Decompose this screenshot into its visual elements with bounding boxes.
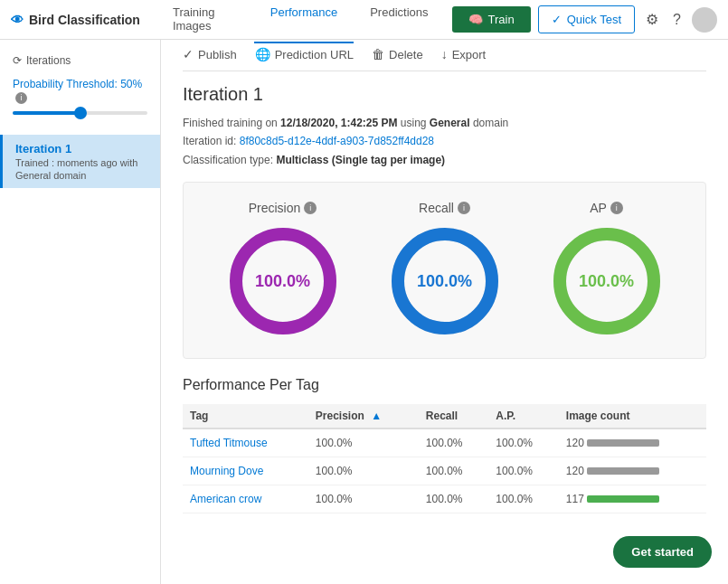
- col-tag[interactable]: Tag: [183, 404, 308, 429]
- recall-donut: 100.0%: [386, 222, 504, 340]
- iterations-section-label: ⟳ Iterations: [0, 51, 160, 72]
- sidebar: ⟳ Iterations Probability Threshold: 50% …: [0, 40, 161, 584]
- tab-training-images[interactable]: Training Images: [156, 0, 254, 43]
- tab-predictions[interactable]: Predictions: [354, 0, 444, 43]
- tag-cell: Mourning Dove: [183, 457, 308, 485]
- tag-link[interactable]: Mourning Dove: [190, 465, 263, 477]
- precision-donut: 100.0%: [224, 222, 342, 340]
- publish-icon: ✓: [183, 47, 194, 61]
- tag-link[interactable]: Tufted Titmouse: [190, 437, 268, 449]
- recall-info-icon[interactable]: i: [458, 202, 470, 214]
- probability-threshold: Probability Threshold: 50% i: [0, 72, 160, 131]
- prob-label: Probability Threshold: 50% i: [13, 78, 147, 104]
- image-count-cell: 120: [559, 429, 706, 457]
- recall-value: 100.0%: [417, 272, 472, 291]
- probability-slider-thumb[interactable]: [74, 107, 87, 119]
- train-info: Finished training on 12/18/2020, 1:42:25…: [183, 114, 706, 169]
- topnav: 👁 Bird Classification Training Images Pe…: [0, 0, 728, 40]
- tag-cell: American crow: [183, 485, 308, 513]
- table-header-row: Tag Precision ▲ Recall A.P. Image count: [183, 404, 706, 429]
- col-image-count[interactable]: Image count: [559, 404, 706, 429]
- table-row: American crow 100.0% 100.0% 100.0% 117: [183, 485, 706, 513]
- precision-cell: 100.0%: [308, 485, 419, 513]
- tag-cell: Tufted Titmouse: [183, 429, 308, 457]
- eye-icon: 👁: [11, 13, 24, 27]
- bar-fill: [587, 439, 659, 447]
- col-precision[interactable]: Precision ▲: [308, 404, 419, 429]
- iterations-icon: ⟳: [13, 54, 22, 67]
- ap-cell: 100.0%: [488, 429, 559, 457]
- nav-tabs: Training Images Performance Predictions: [156, 0, 445, 43]
- settings-button[interactable]: ⚙: [642, 7, 662, 32]
- precision-label: Precision i: [249, 201, 317, 215]
- probability-slider-track: [13, 111, 147, 115]
- avatar[interactable]: [692, 7, 717, 33]
- brain-icon: 🧠: [468, 13, 483, 26]
- bar-fill: [587, 467, 659, 475]
- precision-info-icon[interactable]: i: [304, 202, 317, 214]
- ap-info-icon[interactable]: i: [610, 202, 623, 214]
- bar-fill: [587, 495, 659, 503]
- precision-metric: Precision i 100.0%: [224, 201, 342, 340]
- export-icon: ↓: [441, 47, 448, 61]
- recall-label: Recall i: [419, 201, 470, 215]
- sort-arrow-icon: ▲: [371, 410, 382, 422]
- publish-button[interactable]: ✓ Publish: [183, 47, 237, 61]
- check-icon: ✓: [552, 13, 562, 26]
- table-row: Tufted Titmouse 100.0% 100.0% 100.0% 120: [183, 429, 706, 457]
- train-button[interactable]: 🧠 Train: [452, 6, 531, 33]
- topnav-actions: 🧠 Train ✓ Quick Test ⚙ ?: [452, 5, 718, 33]
- prob-info-icon: i: [15, 92, 27, 104]
- image-count-bar: [587, 495, 659, 503]
- recall-metric: Recall i 100.0%: [386, 201, 504, 340]
- get-started-button[interactable]: Get started: [613, 536, 712, 568]
- image-count-cell: 120: [559, 457, 706, 485]
- metrics-card: Precision i 100.0% Recall: [183, 182, 706, 359]
- ap-value: 100.0%: [579, 272, 634, 291]
- tab-performance[interactable]: Performance: [254, 0, 354, 43]
- delete-button[interactable]: 🗑 Delete: [372, 47, 423, 61]
- performance-per-tag-title: Performance Per Tag: [183, 377, 706, 393]
- help-button[interactable]: ?: [669, 8, 685, 32]
- ap-cell: 100.0%: [488, 485, 559, 513]
- prediction-url-button[interactable]: 🌐 Prediction URL: [255, 47, 354, 61]
- col-recall[interactable]: Recall: [419, 404, 489, 429]
- col-ap[interactable]: A.P.: [488, 404, 559, 429]
- app-title: Bird Classification: [29, 13, 140, 27]
- ap-label: AP i: [590, 201, 623, 215]
- iteration-1-item[interactable]: Iteration 1 Trained : moments ago with G…: [0, 135, 160, 188]
- metrics-row: Precision i 100.0% Recall: [202, 201, 687, 340]
- ap-cell: 100.0%: [488, 457, 559, 485]
- image-count-bar: [587, 467, 659, 475]
- toolbar: ✓ Publish 🌐 Prediction URL 🗑 Delete ↓ Ex…: [183, 40, 706, 71]
- app-logo: 👁 Bird Classification: [11, 13, 140, 27]
- precision-cell: 100.0%: [308, 457, 419, 485]
- table-row: Mourning Dove 100.0% 100.0% 100.0% 120: [183, 457, 706, 485]
- recall-cell: 100.0%: [419, 485, 489, 513]
- iteration-heading: Iteration 1: [183, 84, 706, 105]
- content-area: ✓ Publish 🌐 Prediction URL 🗑 Delete ↓ Ex…: [161, 40, 728, 584]
- precision-value: 100.0%: [255, 272, 310, 291]
- main-layout: ⟳ Iterations Probability Threshold: 50% …: [0, 40, 728, 584]
- recall-cell: 100.0%: [419, 457, 489, 485]
- globe-icon: 🌐: [255, 47, 270, 61]
- performance-table: Tag Precision ▲ Recall A.P. Image count …: [183, 404, 706, 513]
- ap-donut: 100.0%: [548, 222, 666, 340]
- export-button[interactable]: ↓ Export: [441, 47, 487, 61]
- trash-icon: 🗑: [372, 47, 384, 61]
- quick-test-button[interactable]: ✓ Quick Test: [538, 5, 635, 33]
- probability-slider-fill: [13, 111, 80, 115]
- image-count-cell: 117: [559, 485, 706, 513]
- image-count-bar: [587, 439, 659, 447]
- ap-metric: AP i 100.0%: [548, 201, 666, 340]
- precision-cell: 100.0%: [308, 429, 419, 457]
- recall-cell: 100.0%: [419, 429, 489, 457]
- tag-link[interactable]: American crow: [190, 493, 261, 505]
